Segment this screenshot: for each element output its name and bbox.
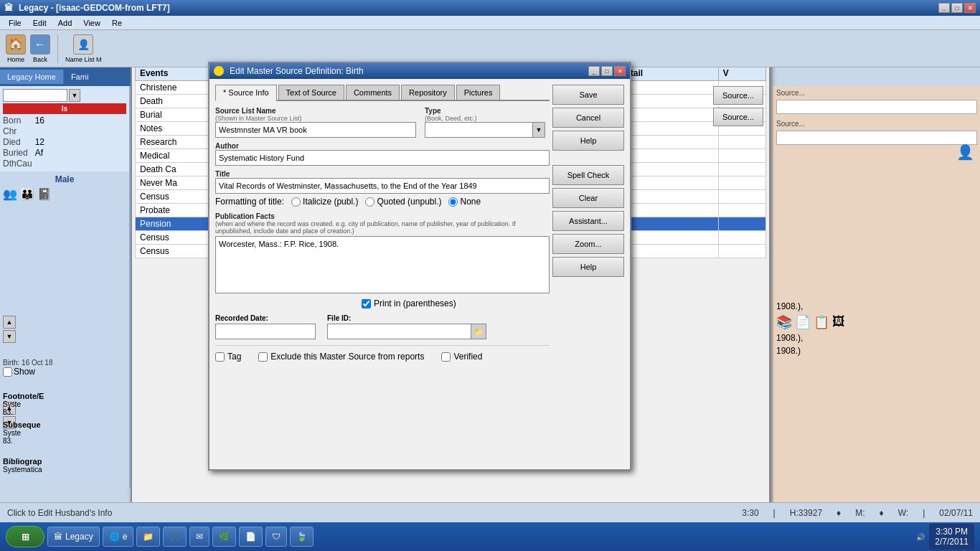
type-sublabel: (Book, Deed, etc.) [425, 115, 545, 122]
type-label: Type [425, 107, 545, 115]
menu-file[interactable]: File [3, 17, 27, 29]
speaker-icon: 🔊 [916, 533, 925, 541]
menu-re[interactable]: Re [106, 17, 128, 29]
radio-none[interactable] [448, 197, 458, 207]
source-list-name-input[interactable] [215, 122, 416, 138]
spell-check-button[interactable]: Spell Check [552, 165, 624, 185]
assistant-button[interactable]: Assistant... [552, 211, 624, 231]
exclude-label[interactable]: Exclude this Master Source from reports [258, 352, 424, 362]
taskbar-app-media[interactable]: 🎵 [163, 527, 187, 547]
show-checkbox[interactable]: Show [3, 367, 52, 377]
page-icon[interactable]: 📋 [814, 314, 829, 330]
show-checkbox-input[interactable] [3, 367, 12, 377]
taskbar-app-shield[interactable]: 🛡 [265, 527, 287, 547]
dialog-maximize[interactable]: □ [601, 66, 613, 76]
author-label: Author [215, 142, 550, 150]
tag-label[interactable]: Tag [215, 352, 241, 362]
dialog-close[interactable]: ✕ [614, 66, 626, 76]
back-button[interactable]: ← Back [30, 34, 50, 63]
family-icon[interactable]: 👪 [20, 187, 34, 201]
person-search-btn[interactable]: ▼ [69, 89, 80, 102]
nav-down[interactable]: ▼ [3, 330, 16, 343]
help-top-button[interactable]: Help [552, 131, 624, 151]
book-icon[interactable]: 📓 [37, 187, 52, 201]
source-detail-input[interactable] [776, 100, 977, 114]
tab-legacy-home[interactable]: Legacy Home [0, 70, 64, 84]
tab-repository[interactable]: Repository [401, 85, 455, 100]
verified-label[interactable]: Verified [441, 352, 482, 362]
source-btn-2[interactable]: Source... [713, 108, 763, 126]
source-detail-input2[interactable] [776, 131, 977, 145]
file-id-input[interactable] [327, 324, 471, 339]
person-search-input[interactable] [3, 89, 67, 102]
tab-source-info[interactable]: * Source Info [215, 85, 277, 101]
home-button[interactable]: 🏠 Home [6, 34, 26, 63]
menu-edit[interactable]: Edit [27, 17, 52, 29]
tab-pictures[interactable]: Pictures [456, 85, 501, 100]
publication-textarea[interactable]: Worcester, Mass.: F.P. Rice, 1908. [215, 236, 550, 293]
verified-text: Verified [453, 352, 482, 362]
cell-v [718, 149, 765, 163]
radio-italicize-label[interactable]: Italicize (publ.) [291, 197, 358, 207]
taskbar-app-pdf[interactable]: 📄 [239, 527, 263, 547]
taskbar-app-leaf[interactable]: 🍃 [290, 527, 314, 547]
bibliography-text: Systematica [3, 466, 126, 474]
save-button[interactable]: Save [552, 85, 624, 105]
print-parens-checkbox[interactable] [362, 299, 371, 309]
clock-date: 2/7/2011 [935, 537, 969, 547]
tab-comments[interactable]: Comments [346, 85, 400, 100]
taskbar-app-legacy[interactable]: 🏛 Legacy [47, 527, 100, 547]
type-input[interactable] [425, 122, 532, 138]
start-button[interactable]: ⊞ [6, 526, 44, 547]
title-input[interactable] [215, 178, 550, 194]
status-divider1: | [773, 508, 776, 518]
dialog-minimize[interactable]: _ [588, 66, 600, 76]
maximize-button[interactable]: □ [951, 3, 963, 13]
image-icon[interactable]: 🖼 [832, 314, 845, 330]
clear-button[interactable]: Clear [552, 188, 624, 208]
exclude-checkbox[interactable] [258, 352, 268, 362]
radio-quoted[interactable] [365, 197, 374, 207]
status-divider4: | [923, 508, 925, 518]
verified-checkbox[interactable] [441, 352, 451, 362]
taskbar-legacy-icon: 🏛 [54, 532, 62, 542]
app-window-controls: _ □ ✕ [938, 3, 976, 13]
nav-up[interactable]: ▲ [3, 316, 16, 329]
book2-icon[interactable]: 📚 [776, 314, 792, 330]
taskbar: ⊞ 🏛 Legacy 🌐 e 📁 🎵 ✉ 🌿 📄 🛡 🍃 [0, 522, 980, 551]
type-input-row: ▼ [425, 122, 545, 138]
toolbar-separator [57, 34, 58, 63]
menu-view[interactable]: View [77, 17, 106, 29]
tag-checkbox[interactable] [215, 352, 225, 362]
cancel-button[interactable]: Cancel [552, 108, 624, 128]
taskbar-app-folder[interactable]: 📁 [136, 527, 160, 547]
radio-none-label[interactable]: None [448, 197, 481, 207]
app-icon: 🏛 [4, 3, 13, 13]
chr-value [35, 126, 126, 136]
doc-icon[interactable]: 📄 [795, 314, 811, 330]
file-id-browse-btn[interactable]: 📁 [471, 324, 486, 339]
taskbar-app-green[interactable]: 🌿 [212, 527, 236, 547]
minimize-button[interactable]: _ [938, 3, 950, 13]
radio-quoted-label[interactable]: Quoted (unpubl.) [365, 197, 441, 207]
taskbar-app-mail[interactable]: ✉ [189, 527, 209, 547]
menu-add[interactable]: Add [52, 17, 78, 29]
radio-italicize[interactable] [291, 197, 301, 207]
persons-icon[interactable]: 👥 [3, 187, 17, 201]
user-add-icon[interactable]: 👤 [956, 143, 974, 161]
type-dropdown-btn[interactable]: ▼ [532, 122, 545, 138]
name-list-button[interactable]: 👤 Name List M [65, 34, 102, 63]
taskbar-app-ie[interactable]: 🌐 e [103, 527, 134, 547]
help-bottom-button[interactable]: Help [552, 257, 624, 277]
close-button[interactable]: ✕ [964, 3, 976, 13]
source-list-name-label: Source List Name [215, 107, 416, 115]
tab-text-of-source[interactable]: Text of Source [278, 85, 344, 100]
tab-family[interactable]: Fami [64, 70, 95, 84]
source-btn-1[interactable]: Source... [713, 86, 763, 105]
author-input[interactable] [215, 150, 550, 166]
source-entries: 1908.), 📚 📄 📋 🖼 1908.), 1908.) [776, 301, 977, 359]
print-parens-label[interactable]: Print in (parentheses) [362, 298, 456, 309]
person-indicator[interactable]: Is [3, 103, 126, 114]
recorded-date-input[interactable] [215, 324, 316, 339]
zoom-button[interactable]: Zoom... [552, 234, 624, 254]
